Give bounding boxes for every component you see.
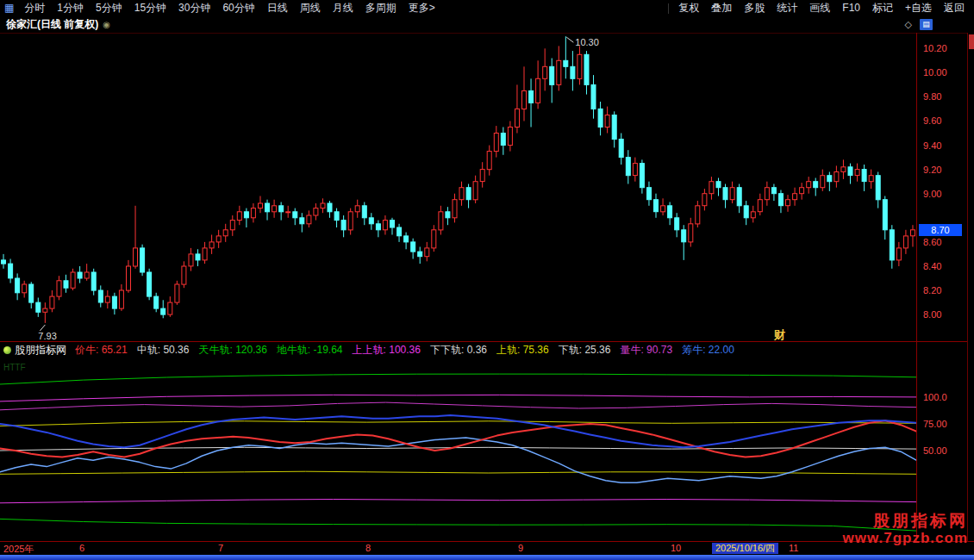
frame-line [0, 33, 967, 34]
indicator-value-shanggui: 上轨: 75.36 [496, 343, 549, 358]
title-bar: 徐家汇(日线 前复权) ◉ ◇ ▤ [0, 16, 974, 33]
svg-text:7.93: 7.93 [38, 331, 56, 341]
indicator-corner-text: HTTF [3, 363, 26, 372]
indicator-name[interactable]: 股朋指标网 [15, 343, 66, 358]
price-axis-label: 9.40 [923, 140, 941, 151]
price-axis-label: 8.60 [923, 237, 941, 247]
toolbar-item-monthly[interactable]: 月线 [327, 0, 359, 16]
toolbar-item-tongji[interactable]: 统计 [771, 0, 803, 16]
titlebar-right-icons: ◇ ▤ [905, 19, 974, 30]
month-label: 7 [218, 543, 223, 553]
watermark-line1: 股朋指标网 [842, 513, 968, 531]
indicator-axis-label: 75.00 [923, 419, 947, 429]
indicator-logo-icon [3, 346, 11, 354]
toolbar-item-huaxian[interactable]: 画线 [803, 0, 836, 16]
month-label: 10 [671, 543, 681, 553]
price-axis-label: 9.20 [923, 165, 941, 175]
month-label: 9 [518, 543, 523, 553]
toolbar-item-fanhui[interactable]: 返回 [938, 0, 971, 16]
toolbar-item-multiperiod[interactable]: 多周期 [359, 0, 403, 16]
indicator-axis-label: 100.0 [923, 392, 947, 402]
stock-title: 徐家汇(日线 前复权) [0, 17, 98, 32]
candlestick-chart[interactable]: 10.307.93 [0, 33, 916, 341]
toolbar-divider [668, 3, 669, 14]
toolbar-item-duogu[interactable]: 多股 [738, 0, 771, 16]
candlestick-svg[interactable]: 10.307.93 [0, 33, 916, 341]
scrollbar-track[interactable] [967, 33, 974, 542]
app-menu-icon[interactable]: ▦ [0, 0, 18, 16]
price-axis-label: 10.20 [923, 43, 947, 53]
month-label: 8 [365, 543, 371, 553]
toolbar-item-diejia[interactable]: 叠加 [705, 0, 738, 16]
indicator-value-shangshanggui: 上上轨: 100.36 [353, 343, 421, 358]
indicator-value-zhonggui: 中轨: 50.36 [137, 343, 190, 358]
price-axis-label: 9.60 [923, 115, 941, 126]
price-axis-label: 9.00 [923, 189, 941, 199]
indicator-value-chouniu: 筹牛: 22.00 [682, 343, 734, 358]
indicator-value-diniugui: 地牛轨: -19.64 [277, 343, 343, 358]
indicator-label-bar: 股朋指标网 价牛: 65.21 中轨: 50.36 天牛轨: 120.36 地牛… [0, 342, 916, 358]
title-dot-icon[interactable]: ◉ [103, 20, 110, 29]
indicator-value-xiagui: 下轨: 25.36 [559, 343, 611, 358]
price-axis-label: 8.00 [923, 309, 941, 320]
toolbar-item-15min[interactable]: 15分钟 [128, 0, 172, 16]
toolbar-item-daily[interactable]: 日线 [261, 0, 294, 16]
indicator-value-xiaxiagui: 下下轨: 0.36 [430, 343, 487, 358]
watermark-line2: www.7gpzb.com [842, 531, 968, 547]
scrollbar-thumb[interactable] [969, 34, 974, 49]
time-axis: 2025年678910112025/10/16/四 [0, 542, 974, 555]
toolbar-item-5min[interactable]: 5分钟 [90, 0, 128, 16]
indicator-axis-label: 50.00 [923, 445, 947, 456]
toolbar-item-60min[interactable]: 60分钟 [216, 0, 260, 16]
year-label: 2025年 [3, 543, 34, 556]
toolbar-item-1min[interactable]: 1分钟 [51, 0, 90, 16]
crosshair-date-box: 2025/10/16/四 [712, 543, 778, 554]
month-label: 11 [789, 543, 798, 553]
toolbar-item-30min[interactable]: 30分钟 [172, 0, 216, 16]
toolbar-item-more[interactable]: 更多> [403, 0, 441, 16]
current-price-tag: 8.70 [919, 224, 962, 236]
trading-app-window: ▦ 分时 1分钟 5分钟 15分钟 30分钟 60分钟 日线 周线 月线 多周期… [0, 0, 974, 560]
indicator-svg[interactable] [0, 358, 916, 539]
taskbar-strip [0, 555, 974, 560]
price-axis-label: 10.00 [923, 67, 947, 78]
toolbar-item-fuquan[interactable]: 复权 [672, 0, 705, 16]
price-axis-label: 8.40 [923, 261, 941, 271]
toolbar-item-biaoji[interactable]: 标记 [866, 0, 899, 16]
top-toolbar: ▦ 分时 1分钟 5分钟 15分钟 30分钟 60分钟 日线 周线 月线 多周期… [0, 0, 974, 17]
toolbar-item-zixuan[interactable]: +自选 [899, 0, 938, 16]
price-axis-label: 9.80 [923, 91, 941, 102]
toolbar-item-fenshi[interactable]: 分时 [18, 0, 51, 16]
price-axis-label: 8.20 [923, 285, 941, 296]
window-icon[interactable]: ▤ [920, 19, 933, 30]
indicator-value-tianniugui: 天牛轨: 120.36 [198, 343, 266, 358]
svg-text:10.30: 10.30 [575, 37, 599, 47]
indicator-chart[interactable] [0, 358, 916, 539]
indicator-value-jianiu: 价牛: 65.21 [75, 343, 128, 358]
toolbar-item-f10[interactable]: F10 [836, 0, 866, 16]
site-watermark: 股朋指标网 www.7gpzb.com [842, 513, 968, 547]
indicator-value-liangniu: 量牛: 90.73 [620, 343, 672, 358]
price-axis: 10.2010.009.809.609.409.209.008.608.408.… [917, 33, 966, 341]
diamond-icon[interactable]: ◇ [905, 19, 912, 30]
toolbar-item-weekly[interactable]: 周线 [294, 0, 327, 16]
month-label: 6 [79, 543, 84, 553]
toolbar-right-group: 复权 叠加 多股 统计 画线 F10 标记 +自选 返回 [665, 0, 974, 16]
